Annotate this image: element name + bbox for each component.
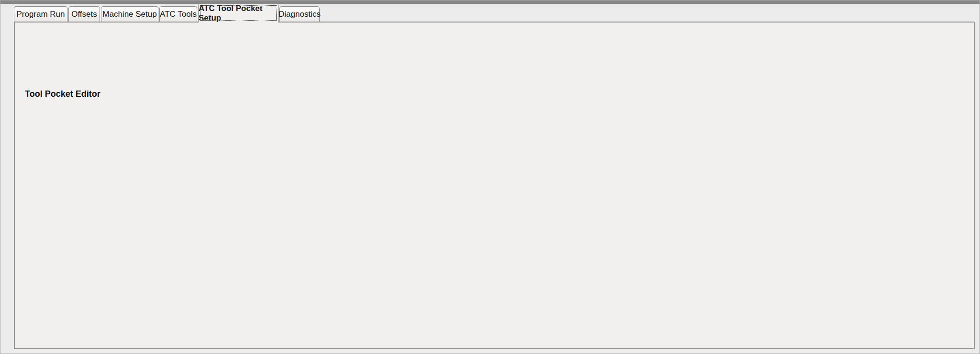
tab-offsets[interactable]: Offsets — [68, 6, 100, 22]
tab-atc-tools[interactable]: ATC Tools — [159, 6, 197, 22]
tab-machine-setup[interactable]: Machine Setup — [101, 6, 158, 22]
tab-content-panel — [14, 22, 975, 349]
tab-program-run[interactable]: Program Run — [14, 6, 67, 22]
tab-atc-tool-pocket-setup[interactable]: ATC Tool Pocket Setup — [198, 3, 278, 23]
atc-tool-pocket-setup-screen: Program Run Offsets Machine Setup ATC To… — [0, 0, 980, 354]
window-top-edge — [0, 0, 980, 4]
tab-diagnostics[interactable]: Diagnostics — [279, 6, 320, 22]
tool-pocket-editor-group-label: Tool Pocket Editor — [22, 89, 104, 99]
